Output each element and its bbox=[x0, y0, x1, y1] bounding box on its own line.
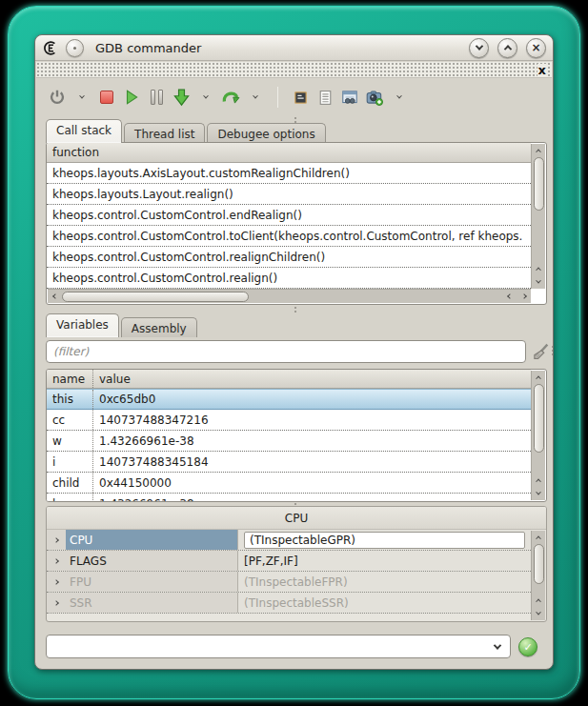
splitter-grip[interactable] bbox=[552, 346, 554, 355]
chevron-down-icon bbox=[203, 93, 209, 99]
output-list-button[interactable] bbox=[314, 85, 335, 110]
gdb-command-combobox[interactable] bbox=[46, 635, 511, 658]
send-command-button[interactable]: ✓ bbox=[518, 637, 537, 656]
pause-button[interactable] bbox=[146, 85, 167, 110]
expand-arrow-icon[interactable] bbox=[47, 593, 66, 613]
variable-row[interactable]: child 0x44150000 bbox=[47, 473, 531, 494]
cpu-panel-title: CPU bbox=[47, 507, 546, 530]
variable-value: 1.43266961e-38 bbox=[92, 494, 531, 501]
power-button[interactable] bbox=[47, 85, 68, 110]
cpu-inspector-panel: CPU CPU (TInspectableGPR) FLAGS [PF,ZF,I… bbox=[46, 506, 547, 622]
scroll-up-arrow[interactable] bbox=[532, 531, 546, 544]
cpu-row[interactable]: FLAGS [PF,ZF,IF] bbox=[47, 551, 531, 572]
register-group-name: SSR bbox=[66, 593, 238, 613]
register-group-value[interactable]: (TInspectableGPR) bbox=[244, 532, 525, 549]
scroll-left-arrow[interactable] bbox=[48, 290, 62, 303]
scroll-up-arrow[interactable] bbox=[532, 474, 546, 487]
scroll-up-arrow[interactable] bbox=[532, 144, 546, 157]
variable-row[interactable]: cc 140737488347216 bbox=[47, 410, 531, 431]
call-stack-row[interactable]: kheops.control.CustomControl.realign() bbox=[47, 268, 531, 289]
chevron-up-icon bbox=[503, 45, 511, 52]
pause-icon bbox=[151, 90, 163, 105]
call-stack-column-header: function bbox=[47, 143, 531, 163]
step-over-button[interactable] bbox=[220, 85, 241, 110]
cpu-row[interactable]: SSR (TInspectableSSR) bbox=[47, 593, 531, 614]
filter-input[interactable] bbox=[46, 340, 526, 363]
stop-button[interactable] bbox=[96, 85, 117, 110]
variable-row[interactable]: h 1.43266961e-38 bbox=[47, 494, 531, 501]
variable-value: 140737488345184 bbox=[92, 452, 531, 472]
scrollbar-thumb[interactable] bbox=[534, 384, 544, 453]
stop-icon bbox=[100, 91, 113, 104]
clear-filter-button[interactable] bbox=[530, 341, 551, 366]
cpu-view-button[interactable] bbox=[290, 85, 311, 110]
scrollbar-thumb[interactable] bbox=[534, 157, 544, 211]
call-stack-vertical-scrollbar[interactable] bbox=[531, 144, 545, 289]
scroll-left-arrow[interactable] bbox=[502, 290, 517, 303]
scroll-up-arrow[interactable] bbox=[532, 371, 546, 384]
chevron-down-icon bbox=[475, 42, 482, 50]
scroll-down-arrow[interactable] bbox=[532, 275, 546, 289]
tab-thread-list[interactable]: Thread list bbox=[124, 123, 205, 143]
shade-button[interactable] bbox=[469, 38, 489, 58]
step-into-button[interactable] bbox=[171, 85, 192, 110]
register-group-value: (TInspectableSSR) bbox=[238, 593, 531, 613]
window-menu-button[interactable] bbox=[66, 39, 84, 57]
call-stack-row[interactable]: kheops.control.CustomControl.realignChil… bbox=[47, 247, 531, 268]
expand-arrow-icon[interactable] bbox=[47, 572, 66, 592]
window-title: GDB commander bbox=[95, 41, 201, 55]
variables-vertical-scrollbar[interactable] bbox=[531, 371, 545, 500]
scroll-down-arrow[interactable] bbox=[532, 487, 546, 500]
tab-debugee-options[interactable]: Debugee options bbox=[207, 123, 325, 143]
combo-dropdown-button[interactable] bbox=[485, 644, 510, 650]
variable-value: 0x44150000 bbox=[92, 473, 531, 493]
step-over-dropdown-button[interactable] bbox=[245, 85, 266, 110]
run-button[interactable] bbox=[121, 85, 142, 110]
call-stack-row[interactable]: kheops.layouts.Layout.realign() bbox=[47, 184, 531, 205]
scroll-right-arrow[interactable] bbox=[517, 290, 531, 303]
snapshot-add-button[interactable] bbox=[364, 85, 385, 110]
watch-window-button[interactable] bbox=[339, 85, 360, 110]
cpu-row[interactable]: FPU (TInspectableFPR) bbox=[47, 572, 531, 593]
step-into-dropdown-button[interactable] bbox=[195, 85, 216, 110]
variable-value: 140737488347216 bbox=[92, 410, 531, 430]
app-logo-icon bbox=[42, 40, 58, 56]
titlebar: GDB commander × bbox=[35, 35, 553, 61]
splitter-grip[interactable] bbox=[294, 307, 296, 313]
variables-panel: name value this 0xc65db0 cc 140737488347… bbox=[46, 369, 547, 502]
tab-call-stack[interactable]: Call stack bbox=[46, 119, 122, 143]
call-stack-row[interactable]: kheops.layouts.AxisLayout.customRealignC… bbox=[47, 163, 531, 184]
variable-value: 0xc65db0 bbox=[92, 390, 531, 409]
scroll-down-arrow[interactable] bbox=[532, 607, 546, 620]
gdb-commander-window: GDB commander × x bbox=[34, 34, 554, 670]
expand-arrow-icon[interactable] bbox=[47, 551, 66, 571]
variable-row[interactable]: this 0xc65db0 bbox=[47, 389, 531, 410]
power-dropdown-button[interactable] bbox=[71, 85, 92, 110]
close-window-button[interactable]: × bbox=[526, 38, 546, 58]
call-stack-row[interactable]: kheops.control.CustomControl.endRealign(… bbox=[47, 205, 531, 226]
call-stack-panel: function kheops.layouts.AxisLayout.custo… bbox=[46, 142, 547, 305]
variable-name: this bbox=[47, 393, 92, 406]
variable-name: i bbox=[47, 455, 92, 469]
cpu-vertical-scrollbar[interactable] bbox=[531, 531, 545, 620]
snapshot-dropdown-button[interactable] bbox=[389, 85, 410, 110]
menu-dot-icon bbox=[73, 47, 76, 50]
cpu-row[interactable]: CPU (TInspectableGPR) bbox=[47, 530, 531, 551]
call-stack-horizontal-scrollbar[interactable] bbox=[48, 289, 531, 303]
register-group-name: FLAGS bbox=[66, 551, 238, 571]
tab-variables[interactable]: Variables bbox=[46, 313, 119, 337]
scroll-up-arrow[interactable] bbox=[532, 262, 546, 275]
unshade-button[interactable] bbox=[497, 38, 517, 58]
scroll-up-arrow[interactable] bbox=[532, 594, 546, 607]
variable-row[interactable]: i 140737488345184 bbox=[47, 452, 531, 473]
tab-assembly[interactable]: Assembly bbox=[121, 317, 197, 337]
watch-window-icon bbox=[340, 88, 359, 107]
scrollbar-thumb[interactable] bbox=[534, 544, 544, 584]
variable-row[interactable]: w 1.43266961e-38 bbox=[47, 431, 531, 452]
screenshot-stage: GDB commander × x bbox=[0, 0, 588, 706]
scrollbar-thumb[interactable] bbox=[62, 292, 249, 302]
dock-close-button[interactable]: x bbox=[537, 64, 547, 76]
call-stack-row[interactable]: kheops.control.CustomControl.toClient(kh… bbox=[47, 226, 531, 247]
expand-arrow-icon[interactable] bbox=[47, 530, 66, 550]
dock-grip-strip[interactable]: x bbox=[36, 62, 552, 78]
